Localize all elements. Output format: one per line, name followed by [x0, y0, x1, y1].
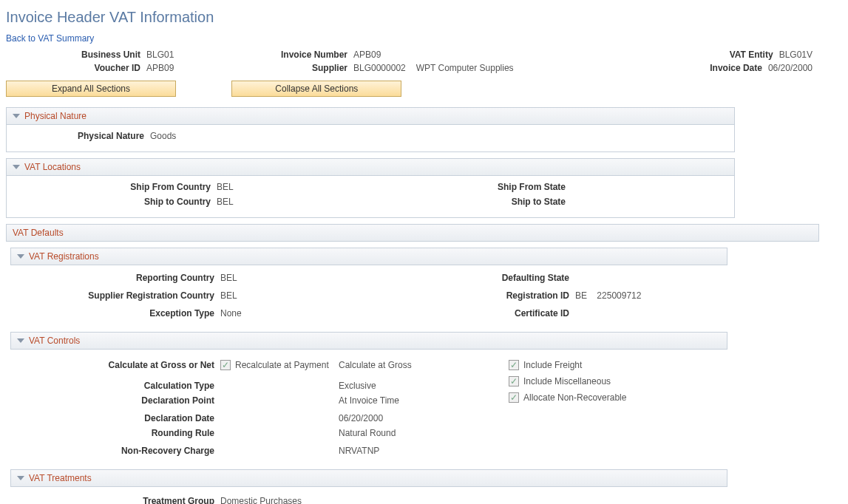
include-misc-checkbox[interactable]: ✓ Include Miscellaneous	[509, 376, 611, 386]
recalculate-at-payment-checkbox[interactable]: ✓ Recalculate at Payment	[220, 360, 329, 370]
ship-to-country-label: Ship to Country	[10, 197, 217, 207]
voucher-id-label: Voucher ID	[6, 63, 146, 73]
vat-controls-section-header[interactable]: VAT Controls	[10, 332, 727, 350]
vat-registrations-section-header[interactable]: VAT Registrations	[10, 248, 727, 265]
invoice-header-grid: Business Unit BLG01 Invoice Number APB09…	[6, 50, 842, 73]
physical-nature-title: Physical Nature	[24, 111, 87, 121]
calc-gross-net-value: Calculate at Gross	[339, 360, 412, 376]
ship-from-country-value: BEL	[217, 182, 379, 192]
registration-id-number: 225009712	[597, 290, 641, 301]
declaration-point-value: At Invoice Time	[339, 395, 399, 406]
vat-treatments-section-header[interactable]: VAT Treatments	[10, 469, 727, 487]
vat-entity-value: BLG01V	[779, 50, 813, 60]
certificate-id-value	[575, 308, 725, 319]
supplier-id-value: BLG0000002	[353, 63, 406, 73]
vat-treatments-title: VAT Treatments	[29, 473, 92, 483]
physical-nature-section-header[interactable]: Physical Nature	[6, 107, 735, 125]
registration-id-value: BE 225009712	[575, 290, 725, 301]
ship-to-state-value	[571, 197, 731, 207]
non-recovery-charge-label: Non-Recovery Charge	[13, 446, 220, 456]
chevron-down-icon	[17, 476, 24, 480]
supplier-label: Supplier	[228, 63, 353, 73]
registration-id-prefix: BE	[575, 290, 587, 301]
defaulting-state-label: Defaulting State	[383, 273, 575, 283]
back-to-vat-summary-link[interactable]: Back to VAT Summary	[6, 33, 94, 44]
supplier-name-value: WPT Computer Supplies	[416, 63, 514, 73]
vat-registrations-title: VAT Registrations	[29, 251, 99, 262]
checkbox-checked-icon: ✓	[220, 360, 231, 370]
checkbox-checked-icon: ✓	[509, 360, 519, 370]
treatment-group-value: Domestic Purchases	[220, 496, 302, 504]
treatment-group-label: Treatment Group	[13, 496, 220, 504]
rounding-rule-value: Natural Round	[339, 428, 396, 438]
invoice-number-label: Invoice Number	[228, 50, 353, 60]
include-misc-label: Include Miscellaneous	[523, 376, 611, 386]
exception-type-value: None	[220, 308, 383, 319]
expand-all-button[interactable]: Expand All Sections	[6, 81, 176, 97]
rounding-rule-label: Rounding Rule	[13, 428, 220, 438]
calc-gross-net-label: Calculate at Gross or Net	[13, 360, 220, 376]
physical-nature-label: Physical Nature	[10, 131, 150, 141]
allocate-nonrec-checkbox[interactable]: ✓ Allocate Non-Recoverable	[509, 392, 626, 403]
vat-entity-label: VAT Entity	[730, 50, 779, 60]
page-title: Invoice Header VAT Information	[6, 9, 842, 26]
collapse-all-button[interactable]: Collapse All Sections	[231, 81, 401, 97]
registration-id-label: Registration ID	[383, 290, 575, 301]
vat-locations-title: VAT Locations	[24, 162, 81, 172]
invoice-number-value: APB09	[353, 50, 381, 60]
vat-defaults-title: VAT Defaults	[13, 228, 64, 238]
checkbox-checked-icon: ✓	[509, 392, 519, 403]
declaration-date-label: Declaration Date	[13, 413, 220, 423]
ship-to-country-value: BEL	[217, 197, 379, 207]
ship-to-state-label: Ship to State	[379, 197, 571, 207]
business-unit-label: Business Unit	[6, 50, 146, 60]
business-unit-value: BLG01	[146, 50, 174, 60]
calculation-type-label: Calculation Type	[13, 381, 220, 391]
exception-type-label: Exception Type	[13, 308, 220, 319]
allocate-nonrec-label: Allocate Non-Recoverable	[523, 392, 626, 403]
calculation-type-value: Exclusive	[339, 381, 376, 391]
chevron-down-icon	[17, 254, 24, 259]
ship-from-country-label: Ship From Country	[10, 182, 217, 192]
supplier-reg-country-label: Supplier Registration Country	[13, 290, 220, 301]
physical-nature-value: Goods	[150, 131, 313, 141]
ship-from-state-value	[571, 182, 731, 192]
recalculate-at-payment-label: Recalculate at Payment	[235, 360, 329, 370]
vat-locations-section-header[interactable]: VAT Locations	[6, 158, 735, 176]
declaration-date-value: 06/20/2000	[339, 413, 383, 423]
reporting-country-label: Reporting Country	[13, 273, 220, 283]
chevron-down-icon	[13, 165, 20, 169]
non-recovery-charge-value: NRVATNP	[339, 446, 379, 456]
reporting-country-value: BEL	[220, 273, 383, 283]
vat-controls-title: VAT Controls	[29, 336, 80, 346]
invoice-date-label: Invoice Date	[710, 63, 768, 73]
include-freight-checkbox[interactable]: ✓ Include Freight	[509, 360, 582, 370]
vat-defaults-section-header: VAT Defaults	[6, 224, 819, 242]
chevron-down-icon	[17, 338, 24, 343]
ship-from-state-label: Ship From State	[379, 182, 571, 192]
include-freight-label: Include Freight	[523, 360, 582, 370]
chevron-down-icon	[13, 114, 20, 118]
checkbox-checked-icon: ✓	[509, 376, 519, 386]
voucher-id-value: APB09	[146, 63, 174, 73]
certificate-id-label: Certificate ID	[383, 308, 575, 319]
defaulting-state-value	[575, 273, 725, 283]
declaration-point-label: Declaration Point	[13, 395, 220, 406]
supplier-reg-country-value: BEL	[220, 290, 383, 301]
invoice-date-value: 06/20/2000	[768, 63, 813, 73]
